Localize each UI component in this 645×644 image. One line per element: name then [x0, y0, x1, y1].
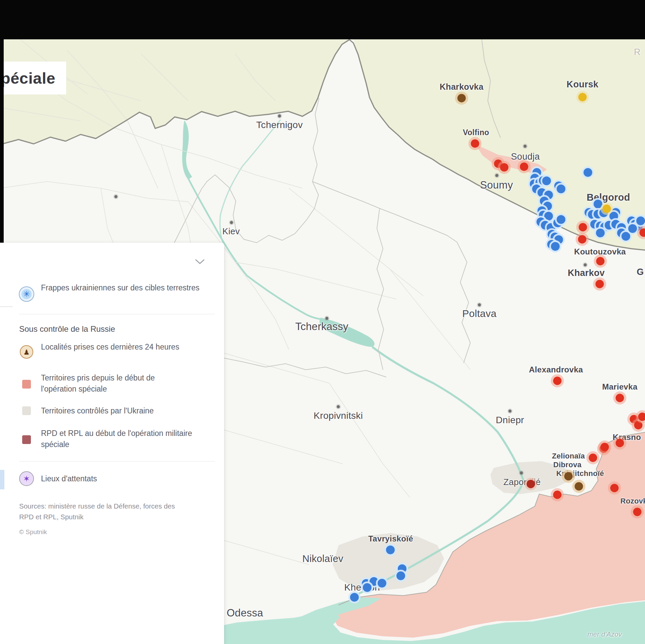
brown-marker[interactable] [564, 472, 573, 481]
legend-item-strikes: Frappes ukrainiennes sur des cibles terr… [41, 282, 202, 293]
legend-item-rpd-rpl: RPD et RPL au début de l'opération milit… [41, 428, 196, 450]
red-marker[interactable] [616, 439, 624, 447]
town-marker [230, 221, 233, 224]
red-marker[interactable] [616, 394, 624, 402]
town-marker [478, 304, 481, 307]
legend-item-territories-taken: Territoires pris depuis le début de l'op… [41, 372, 189, 395]
left-letterbox-bar [0, 39, 4, 243]
map-legend-panel: ✳ Frappes ukrainiennes sur des cibles te… [0, 243, 224, 644]
blue-marker[interactable] [542, 176, 551, 185]
figure-glyph: ♟ [24, 349, 30, 356]
yellow-marker[interactable] [603, 205, 611, 213]
map-screenshot: TchernigovKievTcherkassyPoltavaKropivnit… [0, 0, 645, 644]
legend-item-ukraine-controlled: Territoires contrôlés par l'Ukraine [41, 405, 209, 416]
red-marker[interactable] [578, 235, 587, 244]
blue-marker[interactable] [551, 242, 560, 251]
red-marker[interactable] [520, 163, 528, 171]
blue-marker[interactable] [594, 200, 602, 208]
red-marker[interactable] [579, 223, 587, 232]
darkred-marker[interactable] [527, 480, 535, 488]
red-marker[interactable] [553, 377, 562, 385]
blue-marker[interactable] [544, 212, 553, 220]
copyright-notice: © Sputnik [19, 528, 47, 536]
red-marker[interactable] [640, 229, 645, 237]
town-marker [509, 410, 512, 413]
starburst-glyph: ✳ [23, 290, 30, 298]
red-marker[interactable] [553, 491, 562, 499]
red-marker[interactable] [596, 280, 604, 288]
red-marker[interactable] [589, 454, 597, 462]
town-marker [496, 174, 499, 177]
red-marker[interactable] [634, 421, 643, 430]
brown-marker[interactable] [458, 94, 466, 103]
blue-marker[interactable] [557, 185, 565, 193]
blue-marker[interactable] [636, 216, 645, 225]
brown-marker[interactable] [575, 482, 583, 491]
map-title-box: péciale [0, 62, 66, 94]
red-marker[interactable] [500, 163, 509, 172]
red-marker[interactable] [638, 413, 645, 421]
red-marker[interactable] [610, 484, 619, 492]
town-marker [520, 472, 523, 475]
rpd-rpl-swatch [22, 435, 31, 444]
blue-marker[interactable] [396, 571, 405, 580]
blue-marker[interactable] [628, 224, 637, 233]
red-marker[interactable] [596, 257, 605, 266]
attack-sites-icon: ✶ [19, 471, 34, 486]
town-marker [326, 317, 329, 320]
red-marker[interactable] [471, 139, 479, 148]
map-title: péciale [1, 69, 55, 87]
blue-marker[interactable] [350, 593, 359, 602]
ukraine-controlled-swatch [22, 406, 31, 415]
blue-marker[interactable] [386, 546, 395, 554]
chevron-down-icon[interactable] [193, 258, 207, 266]
territories-taken-swatch [22, 380, 31, 389]
town-marker [115, 195, 118, 198]
top-letterbox-bar [0, 0, 645, 39]
blue-marker[interactable] [370, 577, 378, 586]
legend-section-header: Sous contrôle de la Russie [19, 324, 115, 334]
blue-strike-icon: ✳ [19, 286, 34, 302]
town-marker [337, 405, 340, 408]
blue-marker[interactable] [557, 215, 565, 224]
town-marker [584, 264, 587, 267]
legend-item-attack-sites: Lieux d'attentats [41, 473, 182, 484]
legend-item-captured-24h: Localités prises ces dernières 24 heures [41, 341, 182, 353]
legend-sources: Sources: ministère russe de la Défense, … [19, 501, 179, 522]
cropped-icon-fragment [0, 470, 4, 489]
blue-marker[interactable] [609, 212, 618, 220]
red-marker[interactable] [601, 443, 609, 451]
town-marker [278, 115, 281, 118]
captured-locality-icon: ♟ [20, 345, 33, 359]
legend-divider [19, 314, 215, 314]
cropped-divider-fragment [0, 307, 13, 307]
burst-glyph: ✶ [23, 475, 30, 483]
blue-marker[interactable] [363, 583, 372, 592]
blue-marker[interactable] [621, 232, 630, 241]
yellow-marker[interactable] [578, 93, 587, 102]
blue-marker[interactable] [596, 229, 605, 237]
blue-marker[interactable] [584, 168, 592, 177]
blue-marker[interactable] [378, 579, 386, 588]
legend-divider [19, 461, 215, 461]
town-marker [524, 145, 527, 148]
red-marker[interactable] [633, 508, 642, 516]
